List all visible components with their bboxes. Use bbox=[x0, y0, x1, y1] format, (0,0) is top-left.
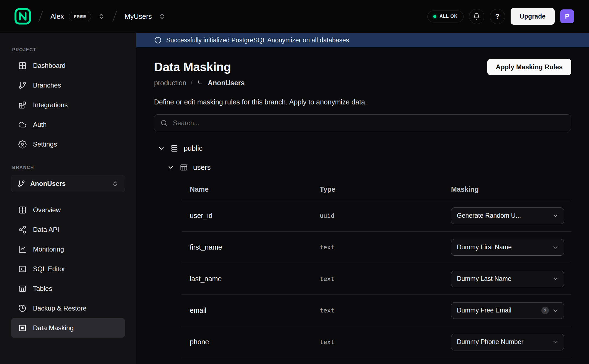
chevron-updown-icon[interactable] bbox=[112, 180, 119, 187]
status-pill[interactable]: ALL OK bbox=[427, 11, 463, 22]
blocks-icon bbox=[18, 101, 27, 109]
page-title: Data Masking bbox=[154, 60, 231, 74]
chevron-down-icon bbox=[552, 276, 559, 282]
column-type: text bbox=[320, 307, 451, 314]
sidebar-item-sql-editor[interactable]: SQL Editor bbox=[11, 259, 125, 279]
sidebar-item-data-masking[interactable]: Data Masking bbox=[11, 318, 125, 338]
sidebar: PROJECT Dashboard Branches Integrations … bbox=[0, 33, 136, 364]
project-name: MyUsers bbox=[124, 12, 152, 20]
search-icon bbox=[160, 119, 168, 127]
chart-line-icon bbox=[18, 245, 27, 253]
breadcrumb-separator: / bbox=[191, 79, 193, 87]
sidebar-item-backup-restore[interactable]: Backup & Restore bbox=[11, 298, 125, 318]
masking-select[interactable]: Dummy Phone Number bbox=[451, 334, 564, 350]
question-icon: ? bbox=[495, 12, 500, 20]
masked-field-icon bbox=[18, 324, 27, 332]
chevron-down-icon bbox=[552, 212, 559, 219]
sidebar-item-settings[interactable]: Settings bbox=[11, 134, 125, 154]
header-left: Alex FREE MyUsers bbox=[14, 8, 166, 25]
overview-grid-icon bbox=[18, 206, 27, 214]
chevron-down-icon bbox=[552, 244, 559, 251]
project-nav: Dashboard Branches Integrations Auth Set… bbox=[11, 56, 125, 154]
sidebar-item-branches[interactable]: Branches bbox=[11, 75, 125, 95]
masking-select[interactable]: Dummy Free Email ? bbox=[451, 302, 564, 319]
project-section-label: PROJECT bbox=[12, 47, 125, 52]
banner-message: Successfully initialized PostgreSQL Anon… bbox=[166, 37, 349, 44]
chevron-updown-icon[interactable] bbox=[158, 13, 166, 20]
avatar[interactable]: P bbox=[560, 9, 574, 23]
sidebar-item-integrations[interactable]: Integrations bbox=[11, 95, 125, 115]
chevron-down-icon[interactable] bbox=[158, 145, 165, 152]
neon-logo[interactable] bbox=[14, 8, 31, 25]
schema-name: public bbox=[184, 144, 203, 153]
search-box[interactable] bbox=[154, 114, 571, 131]
table-grid-icon bbox=[18, 284, 27, 293]
breadcrumb: production / AnonUsers bbox=[154, 79, 571, 87]
bell-icon bbox=[473, 13, 480, 20]
help-icon[interactable]: ? bbox=[541, 307, 549, 314]
table-header-row: Name Type Masking bbox=[181, 179, 571, 200]
sidebar-item-overview[interactable]: Overview bbox=[11, 200, 125, 220]
breadcrumb-branch[interactable]: AnonUsers bbox=[208, 79, 245, 87]
git-branch-icon bbox=[18, 81, 27, 89]
column-type: text bbox=[320, 339, 451, 345]
sidebar-item-monitoring[interactable]: Monitoring bbox=[11, 239, 125, 259]
content: Successfully initialized PostgreSQL Anon… bbox=[136, 33, 589, 364]
header-right: ALL OK ? Upgrade P bbox=[427, 8, 574, 25]
sidebar-item-tables[interactable]: Tables bbox=[11, 279, 125, 298]
chevron-down-icon[interactable] bbox=[167, 164, 175, 171]
column-type: text bbox=[320, 244, 451, 251]
column-header-name: Name bbox=[190, 185, 320, 193]
git-branch-icon bbox=[17, 180, 25, 188]
project-switcher[interactable]: MyUsers bbox=[124, 12, 166, 20]
column-type: text bbox=[320, 275, 451, 282]
masking-select[interactable]: Dummy First Name bbox=[451, 239, 564, 256]
terminal-box-icon bbox=[18, 265, 27, 273]
header-divider bbox=[39, 11, 43, 22]
branch-nav: Overview Data API Monitoring SQL Editor … bbox=[11, 200, 125, 338]
sidebar-item-data-api[interactable]: Data API bbox=[11, 220, 125, 239]
masking-select[interactable]: Dummy Last Name bbox=[451, 271, 564, 287]
column-type: uuid bbox=[320, 212, 451, 219]
table-grid-icon bbox=[180, 163, 188, 171]
org-switcher[interactable]: Alex FREE bbox=[50, 12, 105, 21]
branch-selector[interactable]: AnonUsers bbox=[11, 175, 125, 192]
page-body: Data Masking Apply Masking Rules product… bbox=[136, 47, 589, 364]
tree-node-table[interactable]: users bbox=[154, 163, 571, 172]
top-bar: Alex FREE MyUsers ALL OK ? Upgrade P bbox=[0, 0, 589, 33]
column-header-type: Type bbox=[320, 185, 451, 193]
status-ok-dot bbox=[433, 15, 436, 18]
header-divider bbox=[112, 11, 117, 22]
table-row: email text Dummy Free Email ? bbox=[181, 295, 571, 326]
plan-badge: FREE bbox=[69, 12, 91, 21]
breadcrumb-env[interactable]: production bbox=[154, 79, 186, 87]
notification-banner: Successfully initialized PostgreSQL Anon… bbox=[136, 33, 589, 47]
table-name: users bbox=[193, 163, 211, 172]
sidebar-item-dashboard[interactable]: Dashboard bbox=[11, 56, 125, 75]
tree-node-schema[interactable]: public bbox=[154, 144, 571, 153]
column-name: email bbox=[190, 306, 320, 314]
column-name: first_name bbox=[190, 243, 320, 251]
selected-branch-name: AnonUsers bbox=[30, 180, 66, 188]
schema-icon bbox=[170, 144, 178, 152]
gear-icon bbox=[18, 140, 27, 148]
cloud-auth-icon bbox=[18, 121, 27, 129]
apply-masking-rules-button[interactable]: Apply Masking Rules bbox=[487, 59, 571, 75]
chevron-updown-icon[interactable] bbox=[98, 13, 105, 20]
status-label: ALL OK bbox=[439, 14, 457, 19]
notifications-button[interactable] bbox=[469, 9, 484, 24]
share-nodes-icon bbox=[18, 225, 27, 234]
chevron-down-icon bbox=[552, 339, 559, 345]
page-description: Define or edit masking rules for this br… bbox=[154, 98, 571, 106]
chevron-down-icon bbox=[552, 307, 559, 314]
sidebar-item-auth[interactable]: Auth bbox=[11, 115, 125, 134]
help-button[interactable]: ? bbox=[490, 9, 505, 24]
info-icon bbox=[154, 36, 162, 44]
org-name: Alex bbox=[50, 12, 64, 20]
table-row: phone text Dummy Phone Number bbox=[181, 326, 571, 358]
search-input[interactable] bbox=[172, 119, 565, 127]
dashboard-grid-icon bbox=[18, 61, 27, 70]
column-name: last_name bbox=[190, 275, 320, 283]
masking-select[interactable]: Generate Random U... bbox=[451, 207, 564, 224]
upgrade-button[interactable]: Upgrade bbox=[511, 8, 555, 25]
